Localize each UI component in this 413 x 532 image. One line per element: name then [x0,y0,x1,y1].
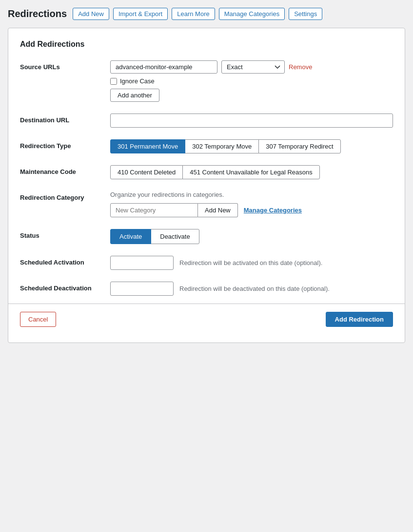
add-redirection-button[interactable]: Add Redirection [326,312,393,327]
page-title: Redirections [8,8,67,19]
maintenance-code-label: Maintenance Code [20,165,110,175]
redirection-category-label: Redirection Category [20,191,110,201]
redirection-type-group: 301 Permanent Move 302 Temporary Move 30… [110,139,393,153]
redirection-category-row: Redirection Category Organize your redir… [20,191,393,217]
card-title: Add Redirections [20,40,393,49]
source-urls-label: Source URLs [20,60,110,71]
ignore-case-checkbox[interactable] [110,78,117,85]
redirection-category-content: Organize your redirections in categories… [110,191,393,217]
add-redirections-card: Add Redirections Source URLs Exact Conta… [8,28,405,343]
footer-actions: Cancel Add Redirection [8,304,405,327]
scheduled-activation-hint: Redirection will be activated on this da… [179,259,322,266]
destination-url-row: Destination URL [20,114,393,128]
scheduled-activation-input-row: Redirection will be activated on this da… [110,256,393,270]
source-urls-row: Source URLs Exact Contains Starts with E… [20,60,393,102]
match-type-select[interactable]: Exact Contains Starts with Ends with Reg… [221,60,285,74]
maintenance-code-group: 410 Content Deleted 451 Content Unavaila… [110,165,393,179]
source-urls-content: Exact Contains Starts with Ends with Reg… [110,60,393,102]
maint-451-button[interactable]: 451 Content Unavailable for Legal Reason… [182,165,320,179]
scheduled-activation-input[interactable] [110,256,174,270]
status-label: Status [20,229,110,239]
scheduled-deactivation-content: Redirection will be deactivated on this … [110,282,393,296]
remove-source-url-button[interactable]: Remove [289,63,312,71]
destination-url-label: Destination URL [20,114,110,124]
status-row: Status Activate Deactivate [20,229,393,244]
redirection-type-content: 301 Permanent Move 302 Temporary Move 30… [110,139,393,153]
scheduled-activation-label: Scheduled Activation [20,256,110,266]
page-header: Redirections Add New Import & Export Lea… [8,8,405,20]
scheduled-deactivation-input[interactable] [110,282,174,296]
new-category-input[interactable] [110,203,198,217]
maintenance-code-content: 410 Content Deleted 451 Content Unavaila… [110,165,393,179]
status-content: Activate Deactivate [110,229,393,244]
activate-button[interactable]: Activate [110,229,151,244]
scheduled-deactivation-label: Scheduled Deactivation [20,282,110,292]
maintenance-code-row: Maintenance Code 410 Content Deleted 451… [20,165,393,179]
category-description: Organize your redirections in categories… [110,191,393,198]
scheduled-deactivation-input-row: Redirection will be deactivated on this … [110,282,393,296]
import-export-button[interactable]: Import & Export [113,8,168,20]
add-new-button[interactable]: Add New [73,8,109,20]
add-another-button[interactable]: Add another [110,89,159,102]
category-input-row: Add New Manage Categories [110,203,393,217]
type-301-button[interactable]: 301 Permanent Move [110,139,185,153]
settings-button[interactable]: Settings [289,8,322,20]
type-307-button[interactable]: 307 Temporary Redirect [258,139,341,153]
manage-categories-link[interactable]: Manage Categories [244,207,302,214]
scheduled-activation-content: Redirection will be activated on this da… [110,256,393,270]
add-new-category-button[interactable]: Add New [198,203,238,217]
manage-categories-header-button[interactable]: Manage Categories [219,8,285,20]
deactivate-button[interactable]: Deactivate [151,229,199,244]
type-302-button[interactable]: 302 Temporary Move [185,139,259,153]
redirection-type-label: Redirection Type [20,139,110,150]
ignore-case-label: Ignore Case [120,77,155,85]
maint-410-button[interactable]: 410 Content Deleted [110,165,183,179]
ignore-case-row: Ignore Case [110,77,393,85]
learn-more-button[interactable]: Learn More [172,8,215,20]
status-button-group: Activate Deactivate [110,229,393,244]
scheduled-deactivation-hint: Redirection will be deactivated on this … [179,285,330,292]
scheduled-deactivation-row: Scheduled Deactivation Redirection will … [20,282,393,296]
redirection-type-row: Redirection Type 301 Permanent Move 302 … [20,139,393,153]
cancel-button[interactable]: Cancel [20,312,56,327]
destination-url-content [110,114,393,128]
source-url-input-row: Exact Contains Starts with Ends with Reg… [110,60,393,74]
destination-url-input[interactable] [110,114,393,128]
scheduled-activation-row: Scheduled Activation Redirection will be… [20,256,393,270]
source-url-input[interactable] [110,60,217,74]
